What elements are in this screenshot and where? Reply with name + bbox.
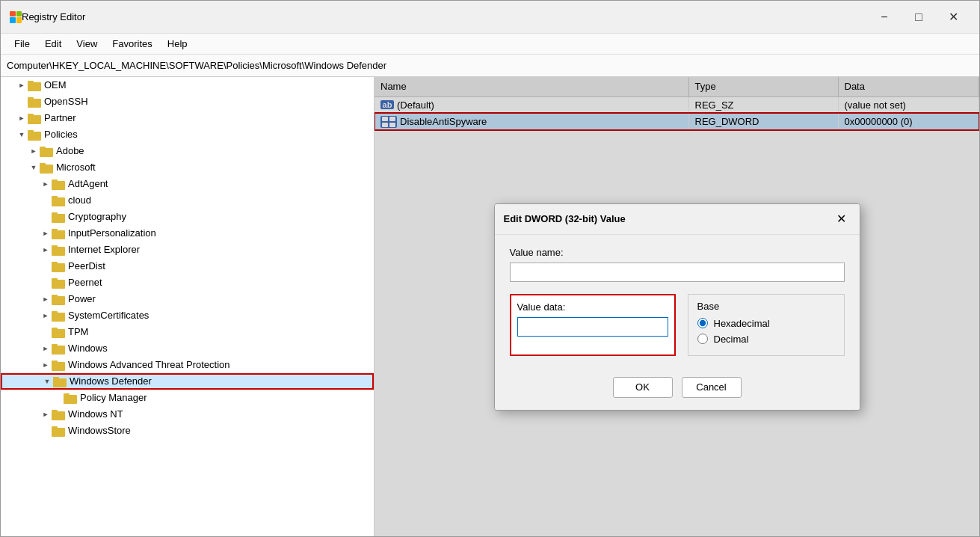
expand-windowsdefender[interactable]: ▼: [41, 375, 53, 387]
tree-label-windowsnt: Windows NT: [68, 406, 123, 423]
right-panel: Name Type Data ab (Default): [375, 77, 979, 536]
svg-rect-39: [64, 393, 70, 396]
svg-rect-5: [28, 114, 34, 117]
dialog-title-bar: Edit DWORD (32-bit) Value ✕: [495, 204, 860, 235]
tree-label-partner: Partner: [44, 110, 76, 126]
dialog-close-button[interactable]: ✕: [833, 210, 851, 228]
tree-item-microsoft[interactable]: ▼ Microsoft: [1, 159, 374, 176]
tree-item-inputpersonalization[interactable]: ► InputPersonalization: [1, 225, 374, 242]
tree-item-policymanager[interactable]: ► Policy Manager: [1, 390, 374, 406]
address-bar: Computer\HKEY_LOCAL_MACHINE\SOFTWARE\Pol…: [1, 55, 979, 77]
tree-label-systemcertificates: SystemCertificates: [68, 307, 149, 324]
tree-label-cloud: cloud: [68, 192, 91, 209]
tree-item-adobe[interactable]: ► Adobe: [1, 143, 374, 159]
svg-rect-21: [52, 245, 58, 248]
radio-decimal[interactable]: Decimal: [697, 334, 835, 345]
ok-button[interactable]: OK: [613, 377, 673, 398]
menu-edit[interactable]: Edit: [37, 35, 69, 52]
svg-rect-41: [52, 410, 58, 413]
value-data-label: Value data:: [517, 301, 668, 313]
tree-label-adtagent: AdtAgent: [68, 176, 108, 192]
svg-rect-27: [52, 295, 58, 298]
svg-rect-17: [52, 212, 58, 215]
tree-item-windowsadvanced[interactable]: ► Windows Advanced Threat Protection: [1, 357, 374, 373]
tree-item-partner[interactable]: ► Partner: [1, 110, 374, 126]
address-text: Computer\HKEY_LOCAL_MACHINE\SOFTWARE\Pol…: [7, 60, 386, 71]
title-bar: Registry Editor − □ ✕: [1, 1, 979, 34]
base-title: Base: [697, 301, 835, 312]
dialog-footer: OK Cancel: [495, 368, 860, 410]
svg-rect-13: [52, 179, 58, 182]
menu-favorites[interactable]: Favorites: [105, 35, 159, 52]
expand-systemcertificates[interactable]: ►: [40, 310, 52, 322]
window-title: Registry Editor: [22, 11, 867, 22]
expand-windowsadvanced[interactable]: ►: [40, 359, 52, 371]
tree-label-microsoft: Microsoft: [56, 159, 96, 176]
tree-item-internetexplorer[interactable]: ► Internet Explorer: [1, 242, 374, 258]
expand-microsoft[interactable]: ▼: [28, 162, 40, 174]
value-name-label: Value name:: [510, 247, 845, 258]
tree-item-cryptography[interactable]: ► Cryptography: [1, 209, 374, 225]
tree-label-windows: Windows: [68, 340, 108, 357]
tree-item-windows[interactable]: ► Windows: [1, 340, 374, 357]
expand-oem[interactable]: ►: [16, 79, 28, 91]
tree-item-windowsnt[interactable]: ► Windows NT: [1, 406, 374, 423]
radio-hex-label: Hexadecimal: [714, 318, 770, 329]
tree-item-power[interactable]: ► Power: [1, 291, 374, 307]
menu-file[interactable]: File: [7, 35, 37, 52]
radio-hex-input[interactable]: [697, 318, 708, 328]
tree-label-windowsstore: WindowsStore: [68, 423, 131, 439]
tree-item-peernet[interactable]: ► Peernet: [1, 274, 374, 291]
expand-inputpersonalization[interactable]: ►: [40, 227, 52, 239]
tree-label-peernet: Peernet: [68, 274, 102, 291]
menu-view[interactable]: View: [69, 35, 105, 52]
tree-item-openssh[interactable]: ► OpenSSH: [1, 93, 374, 110]
menu-bar: File Edit View Favorites Help: [1, 34, 979, 55]
tree-label-cryptography: Cryptography: [68, 209, 126, 225]
radio-hexadecimal[interactable]: Hexadecimal: [697, 318, 835, 329]
cancel-button[interactable]: Cancel: [682, 377, 742, 398]
tree-item-peerdist[interactable]: ► PeerDist: [1, 258, 374, 274]
modal-overlay: Edit DWORD (32-bit) Value ✕ Value name: …: [375, 77, 979, 536]
expand-power[interactable]: ►: [40, 293, 52, 305]
expand-adtagent[interactable]: ►: [40, 178, 52, 190]
svg-rect-29: [52, 311, 58, 314]
expand-internetexplorer[interactable]: ►: [40, 244, 52, 256]
svg-rect-33: [52, 344, 58, 347]
expand-windowsnt[interactable]: ►: [40, 408, 52, 420]
tree-item-cloud[interactable]: ► cloud: [1, 192, 374, 209]
svg-rect-15: [52, 196, 58, 199]
tree-item-policies[interactable]: ▼ Policies: [1, 126, 374, 143]
tree-item-oem[interactable]: ► OEM: [1, 77, 374, 93]
radio-dec-input[interactable]: [697, 334, 708, 344]
expand-windows[interactable]: ►: [40, 343, 52, 355]
tree-item-adtagent[interactable]: ► AdtAgent: [1, 176, 374, 192]
window-controls: − □ ✕: [867, 5, 970, 29]
expand-policies[interactable]: ▼: [16, 129, 28, 141]
svg-rect-9: [40, 147, 46, 150]
tree-label-peerdist: PeerDist: [68, 258, 105, 274]
base-section: Base Hexadecimal Decimal: [688, 294, 845, 356]
tree-item-windowsdefender[interactable]: ▼ Windows Defender: [1, 373, 374, 390]
close-button[interactable]: ✕: [936, 5, 970, 29]
tree-label-windowsadvanced: Windows Advanced Threat Protection: [68, 357, 230, 373]
dialog-body: Value name: Value data: Base: [495, 235, 860, 368]
dialog-row: Value data: Base Hexadecimal: [510, 294, 845, 356]
svg-rect-1: [28, 81, 34, 84]
svg-rect-11: [40, 163, 46, 166]
tree-item-tpm[interactable]: ► TPM: [1, 324, 374, 340]
tree-label-policymanager: Policy Manager: [80, 390, 147, 406]
tree-label-oem: OEM: [44, 77, 67, 93]
expand-partner[interactable]: ►: [16, 112, 28, 124]
svg-rect-31: [52, 328, 58, 331]
tree-item-systemcertificates[interactable]: ► SystemCertificates: [1, 307, 374, 324]
value-name-input[interactable]: [510, 263, 845, 282]
main-content: ► OEM ► OpenSSH ► Partner ▼ Policies: [1, 77, 979, 536]
maximize-button[interactable]: □: [902, 5, 936, 29]
tree-item-windowsstore[interactable]: ► WindowsStore: [1, 423, 374, 439]
expand-adobe[interactable]: ►: [28, 145, 40, 157]
minimize-button[interactable]: −: [867, 5, 902, 29]
tree-panel[interactable]: ► OEM ► OpenSSH ► Partner ▼ Policies: [1, 77, 375, 536]
menu-help[interactable]: Help: [160, 35, 195, 52]
value-data-input[interactable]: [517, 317, 668, 337]
